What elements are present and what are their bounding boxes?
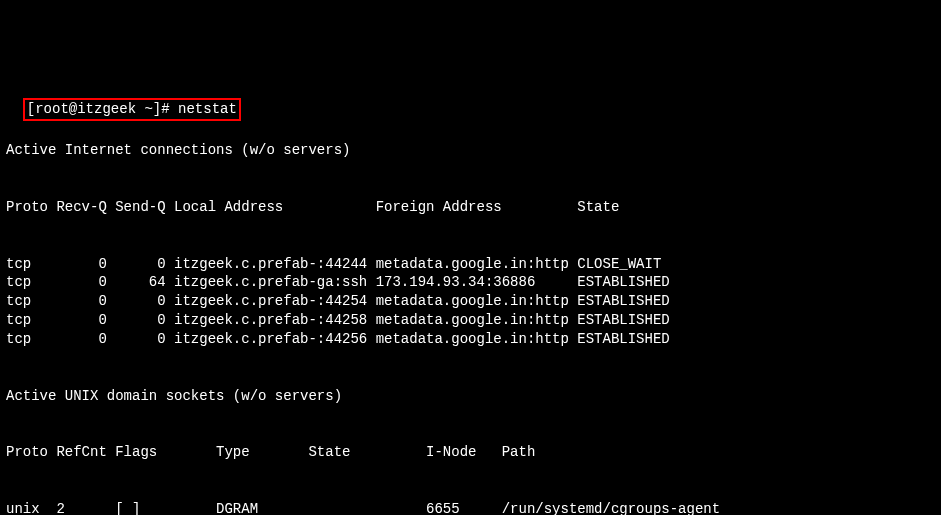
inet-row: tcp 0 0 itzgeek.c.prefab-:44244 metadata… <box>6 255 935 274</box>
inet-column-headers: Proto Recv-Q Send-Q Local Address Foreig… <box>6 198 935 217</box>
inet-row: tcp 0 64 itzgeek.c.prefab-ga:ssh 173.194… <box>6 273 935 292</box>
command-prompt: [root@itzgeek ~]# netstat <box>27 101 237 117</box>
inet-row: tcp 0 0 itzgeek.c.prefab-:44256 metadata… <box>6 330 935 349</box>
unix-row: unix 2 [ ] DGRAM 6655 /run/systemd/cgrou… <box>6 500 935 515</box>
section-header-unix: Active UNIX domain sockets (w/o servers) <box>6 387 935 406</box>
inet-row: tcp 0 0 itzgeek.c.prefab-:44254 metadata… <box>6 292 935 311</box>
inet-row: tcp 0 0 itzgeek.c.prefab-:44258 metadata… <box>6 311 935 330</box>
section-header-inet: Active Internet connections (w/o servers… <box>6 141 935 160</box>
unix-column-headers: Proto RefCnt Flags Type State I-Node Pat… <box>6 443 935 462</box>
command-prompt-highlight: [root@itzgeek ~]# netstat <box>23 98 241 121</box>
terminal-output: [root@itzgeek ~]# netstat Active Interne… <box>6 80 935 515</box>
inet-rows-container: tcp 0 0 itzgeek.c.prefab-:44244 metadata… <box>6 255 935 349</box>
unix-rows-container: unix 2 [ ] DGRAM 6655 /run/systemd/cgrou… <box>6 500 935 515</box>
